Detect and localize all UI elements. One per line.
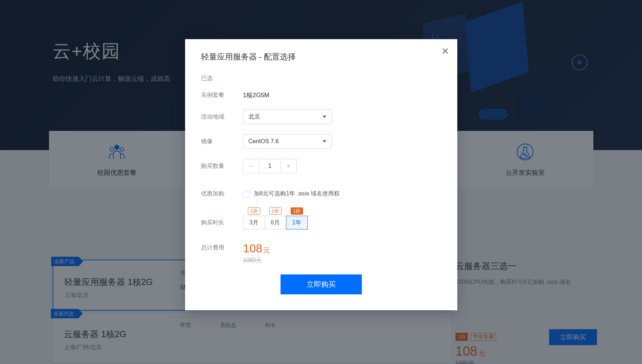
total-old-price: 1080元 — [243, 257, 270, 264]
row-total: 总计费用 108元 1080元 — [201, 242, 441, 264]
addon-label: 优惠加购 — [201, 190, 243, 198]
addon-checkbox[interactable] — [243, 191, 250, 197]
chevron-down-icon — [323, 116, 326, 118]
discount-tag: 1折 — [290, 207, 303, 215]
total-label: 总计费用 — [201, 242, 243, 252]
image-label: 镜像 — [201, 138, 243, 145]
buy-button[interactable]: 立即购买 — [281, 274, 362, 294]
addon-checkbox-label: 加6元可选购1年 .asia 域名使用权 — [254, 190, 340, 198]
region-select[interactable]: 北京 — [243, 109, 332, 124]
quantity-minus-button[interactable]: − — [244, 159, 259, 173]
total-unit: 元 — [263, 247, 270, 254]
chevron-down-icon — [323, 140, 326, 142]
row-image: 镜像 CentOS 7.6 — [201, 134, 441, 149]
duration-text: 6月 — [271, 219, 280, 227]
quantity-plus-button[interactable]: + — [281, 159, 297, 173]
discount-tag: 1折 — [269, 207, 281, 215]
discount-tag: 1折 — [248, 207, 260, 215]
row-addon: 优惠加购 加6元可选购1年 .asia 域名使用权 — [201, 190, 441, 198]
region-label: 活动地域 — [201, 113, 243, 121]
quantity-label: 购买数量 — [201, 162, 243, 170]
total-price: 108 — [243, 242, 262, 255]
row-region: 活动地域 北京 — [201, 109, 441, 124]
modal-title: 轻量应用服务器 - 配置选择 — [201, 51, 441, 62]
selected-label: 已选 — [201, 75, 441, 82]
quantity-input[interactable] — [259, 159, 281, 173]
duration-text: 3月 — [249, 219, 258, 227]
duration-option-6m[interactable]: 1折 6月 — [265, 216, 286, 229]
close-icon[interactable]: ✕ — [441, 46, 449, 57]
modal-overlay[interactable]: 轻量应用服务器 - 配置选择 ✕ 已选 实例套餐 1核2G5M 活动地域 北京 … — [0, 0, 642, 364]
region-selected-value: 北京 — [249, 113, 260, 121]
row-duration: 购买时长 1折 3月 1折 6月 1折 1年 — [201, 216, 441, 229]
duration-option-3m[interactable]: 1折 3月 — [243, 216, 265, 229]
quantity-stepper: − + — [243, 159, 297, 173]
row-quantity: 购买数量 − + — [201, 159, 441, 173]
image-selected-value: CentOS 7.6 — [249, 138, 279, 145]
duration-label: 购买时长 — [201, 219, 243, 227]
package-label: 实例套餐 — [201, 91, 243, 99]
image-select[interactable]: CentOS 7.6 — [243, 134, 332, 149]
config-modal: 轻量应用服务器 - 配置选择 ✕ 已选 实例套餐 1核2G5M 活动地域 北京 … — [185, 39, 457, 310]
package-value: 1核2G5M — [243, 91, 270, 99]
duration-option-1y[interactable]: 1折 1年 — [286, 216, 308, 229]
duration-text: 1年 — [292, 219, 301, 227]
row-package: 实例套餐 1核2G5M — [201, 91, 441, 99]
